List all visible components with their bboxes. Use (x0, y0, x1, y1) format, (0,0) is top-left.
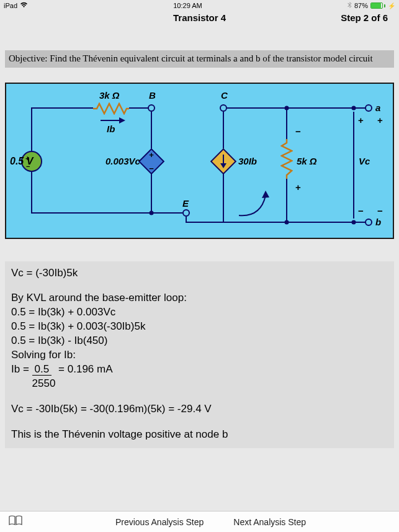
circuit-diagram: + − +− 3k Ω B C a (5, 83, 394, 239)
calc-line: Ib = 0.5 2550 = 0.196 mA (11, 363, 388, 391)
vc-label: Vc (359, 156, 370, 166)
calc-line: Vc = -30Ib(5k) = -30(0.196m)(5k) = -29.4… (11, 402, 388, 417)
svg-marker-1 (220, 163, 226, 168)
loop-arrow-icon (236, 189, 273, 220)
status-bar: iPad 10:29 AM 87% ⚡ (0, 0, 399, 11)
terminal-a (365, 104, 372, 112)
node-b (148, 104, 155, 112)
book-icon[interactable] (9, 515, 22, 528)
node-b-label: B (149, 90, 156, 101)
ib-arrow-icon (119, 117, 127, 124)
dep-v-label: 0.003Vc (105, 156, 140, 166)
node-e (182, 209, 190, 217)
calc-line: This is the Thévenin voltage positive at… (11, 428, 388, 442)
step-indicator: Step 2 of 6 (262, 12, 388, 23)
ib-label: Ib (107, 124, 115, 134)
terminal-b (365, 219, 372, 226)
r1-label: 3k Ω (99, 90, 120, 101)
wifi-icon (20, 2, 28, 9)
charging-icon: ⚡ (388, 2, 395, 9)
node-c (220, 104, 227, 112)
minus-sign: − (149, 163, 154, 173)
next-step-button[interactable]: Next Analysis Step (233, 517, 306, 527)
clock: 10:29 AM (173, 2, 202, 9)
bluetooth-icon (347, 2, 352, 10)
page-title: Transistor 4 (137, 12, 262, 23)
header: Transistor 4 Step 2 of 6 (0, 11, 399, 28)
calc-line: By KVL around the base-emitter loop: (11, 291, 388, 305)
prev-step-button[interactable]: Previous Analysis Step (115, 517, 204, 527)
calc-line: Solving for Ib: (11, 348, 388, 363)
resistor-3k (93, 102, 129, 117)
resistor-5k (280, 139, 293, 181)
plus-sign: + (149, 150, 154, 159)
calculation-box: Vc = (-30Ib)5k By KVL around the base-em… (5, 261, 394, 448)
calc-line: 0.5 = Ib(3k) - Ib(450) (11, 334, 388, 348)
calc-line: Vc = (-30Ib)5k (11, 266, 388, 281)
bottom-toolbar: Previous Analysis Step Next Analysis Ste… (0, 511, 399, 532)
calc-line: 0.5 = Ib(3k) + 0.003(-30Ib)5k (11, 320, 388, 334)
battery-icon (370, 2, 385, 9)
device-label: iPad (4, 2, 17, 9)
r2-label: 5k Ω (297, 156, 317, 166)
battery-pct: 87% (354, 2, 368, 9)
current-arrow-icon (220, 153, 227, 169)
vsource-label: 0.5 V (10, 156, 33, 167)
terminal-b-label: b (375, 217, 381, 227)
node-c-label: C (221, 90, 228, 101)
terminal-a-label: a (375, 102, 380, 113)
objective-box: Objective: Find the Thévenin equivalent … (5, 50, 394, 68)
node-e-label: E (182, 198, 189, 209)
svg-marker-2 (119, 117, 125, 124)
calc-line: 0.5 = Ib(3k) + 0.003Vc (11, 305, 388, 320)
svg-marker-3 (262, 191, 269, 198)
dep-i-label: 30Ib (238, 156, 257, 166)
